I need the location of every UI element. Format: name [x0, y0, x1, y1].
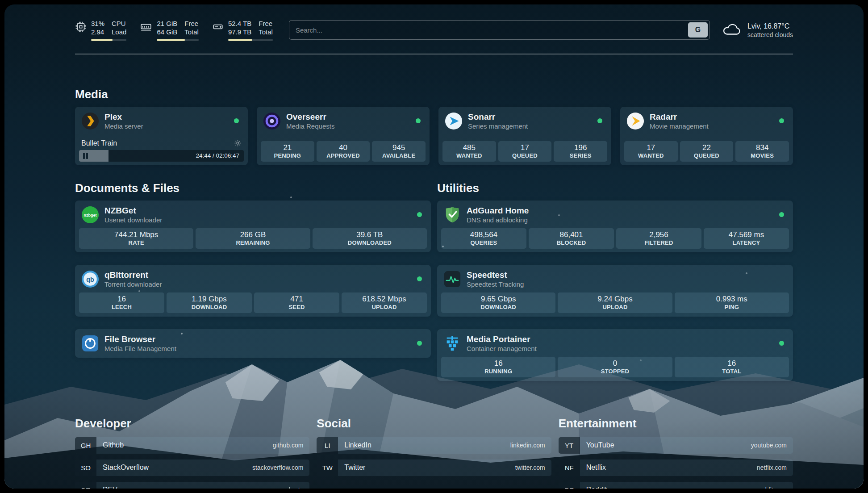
service-card-radarr[interactable]: Radarr Movie management 17WANTED 22QUEUE… [620, 107, 793, 165]
service-name: Sonarr [468, 112, 528, 122]
ram-icon [140, 21, 152, 34]
cpu-progress-bar [91, 39, 126, 41]
utilities-column: Utilities AdGuard Home DNS and adblockin… [437, 181, 793, 381]
bookmark-abbr: RE [559, 482, 580, 489]
bookmark-url: stackoverflow.com [252, 464, 309, 471]
disk-free-value: 52.4 TB [228, 19, 251, 28]
bookmarks-social: Social LI LinkedIn linkedin.com TW Twitt… [317, 417, 551, 489]
service-card-filebrowser[interactable]: File Browser Media File Management [75, 329, 431, 358]
service-card-speedtest[interactable]: Speedtest Speedtest Tracking 9.65 GbpsDO… [437, 265, 793, 317]
status-dot [234, 118, 239, 123]
stat-seed: 471SEED [254, 292, 339, 313]
service-card-overseerr[interactable]: Overseerr Media Requests 21PENDING 40APP… [257, 107, 430, 165]
service-name: Plex [104, 112, 143, 122]
service-description: Series management [468, 122, 528, 130]
weather-widget[interactable]: Lviv, 16.87°C scattered clouds [722, 21, 793, 39]
search-input[interactable] [289, 26, 688, 34]
bookmark-netflix[interactable]: NF Netflix netflix.com [559, 460, 793, 476]
search-provider-button[interactable]: G [688, 22, 708, 38]
ram-free-label: Free [184, 19, 199, 28]
stat-latency: 47.569 msLATENCY [704, 228, 789, 249]
bookmark-github[interactable]: GH Github github.com [75, 437, 309, 454]
now-playing-title: Bullet Train [81, 139, 117, 147]
service-card-portainer[interactable]: Media Portainer Container management 16R… [437, 329, 793, 381]
bookmark-name: YouTube [580, 441, 751, 449]
service-description: Usenet downloader [104, 216, 162, 224]
disk-free-label: Free [259, 19, 273, 28]
section-title-documents: Documents & Files [75, 181, 431, 195]
playback-progress-bar[interactable]: 24:44 / 02:06:47 [79, 150, 244, 162]
stat-stopped: 0STOPPED [558, 357, 672, 377]
service-card-sonarr[interactable]: Sonarr Series management 485WANTED 17QUE… [438, 107, 611, 165]
gear-icon[interactable] [234, 139, 242, 147]
pause-button[interactable] [83, 153, 88, 159]
radarr-icon [626, 112, 644, 130]
service-description: Media File Management [104, 344, 176, 353]
bookmark-stackoverflow[interactable]: SO StackOverflow stackoverflow.com [75, 460, 309, 476]
section-title-utilities: Utilities [437, 181, 793, 195]
status-dot [416, 118, 421, 123]
stat-rate: 744.21 MbpsRATE [79, 228, 193, 249]
cpu-load-label: Load [112, 28, 126, 36]
status-dot [779, 118, 784, 123]
stat-wanted: 17WANTED [624, 141, 678, 162]
service-description: Media server [104, 122, 143, 130]
bookmark-twitter[interactable]: TW Twitter twitter.com [317, 460, 551, 476]
ram-progress-bar [157, 39, 199, 41]
ram-free-value: 21 GiB [157, 19, 177, 28]
documents-column: Documents & Files nzbget NZBGet Usenet d… [75, 181, 431, 381]
stat-upload: 9.24 GbpsUPLOAD [558, 292, 672, 313]
cpu-usage-label: CPU [112, 19, 126, 28]
cloud-icon [722, 21, 742, 38]
section-title-media: Media [75, 88, 793, 101]
topbar-divider [75, 54, 793, 54]
bookmark-dev[interactable]: DT DEV dev.to [75, 482, 309, 489]
status-dot [597, 118, 602, 123]
overseerr-icon [263, 112, 281, 130]
service-card-adguard[interactable]: AdGuard Home DNS and adblocking 498,564Q… [437, 201, 793, 252]
service-description: Container management [467, 344, 537, 353]
playback-time: 24:44 / 02:06:47 [196, 152, 239, 159]
media-card-row: Plex Media server Bullet Train [75, 107, 793, 165]
service-description: Media Requests [286, 122, 334, 130]
service-card-nzbget[interactable]: nzbget NZBGet Usenet downloader 744.21 M… [75, 201, 431, 252]
service-name: AdGuard Home [467, 205, 529, 216]
stat-download: 1.19 GbpsDOWNLOAD [167, 292, 252, 313]
bookmark-linkedin[interactable]: LI LinkedIn linkedin.com [317, 437, 551, 454]
bookmark-name: DEV [96, 486, 287, 489]
service-card-plex[interactable]: Plex Media server Bullet Train [75, 107, 248, 165]
bookmark-abbr: LI [317, 437, 338, 454]
section-title-entertainment: Entertainment [559, 417, 793, 430]
bookmark-name: LinkedIn [338, 441, 510, 449]
status-dot [417, 276, 422, 281]
stat-queued: 17QUEUED [498, 141, 552, 162]
bookmarks-entertainment: Entertainment YT YouTube youtube.com NF … [559, 417, 793, 489]
bookmark-abbr: GH [75, 437, 96, 454]
bookmark-reddit[interactable]: RE Reddit reddit.com [559, 482, 793, 489]
sonarr-icon [445, 112, 463, 130]
qbittorrent-icon: qb [81, 270, 99, 288]
bookmark-youtube[interactable]: YT YouTube youtube.com [559, 437, 793, 454]
disk-progress-bar [228, 39, 273, 41]
filebrowser-icon [81, 334, 99, 352]
status-dot [417, 212, 422, 217]
stat-series: 196SERIES [554, 141, 607, 162]
bookmarks-developer: Developer GH Github github.com SO StackO… [75, 417, 309, 489]
status-dot [417, 341, 422, 346]
memory-widget: 21 GiB Free 64 GiB Total [140, 19, 199, 41]
service-name: Radarr [650, 112, 709, 122]
cpu-usage-value: 31% [91, 19, 104, 28]
stat-remaining: 266 GBREMAINING [196, 228, 310, 249]
stat-movies: 834MOVIES [735, 141, 789, 162]
speedtest-icon [443, 270, 461, 288]
disk-icon [212, 21, 224, 34]
bookmark-name: Netflix [580, 464, 757, 472]
bookmark-name: Twitter [338, 464, 515, 472]
portainer-icon [443, 334, 461, 352]
svg-text:nzbget: nzbget [83, 213, 96, 217]
service-name: NZBGet [104, 205, 162, 216]
service-card-qbittorrent[interactable]: qb qBittorrent Torrent downloader 16LEEC… [75, 265, 431, 317]
stat-queries: 498,564QUERIES [441, 228, 526, 249]
bookmark-url: dev.to [287, 486, 309, 489]
stat-pending: 21PENDING [261, 141, 314, 162]
